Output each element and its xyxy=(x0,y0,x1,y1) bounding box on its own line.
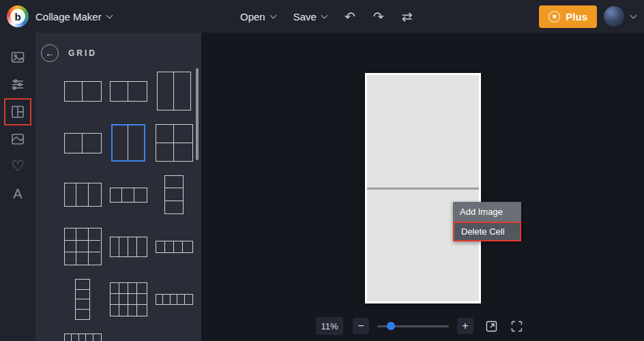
zoom-slider-knob[interactable] xyxy=(387,322,395,330)
grid-layout-thumbnail[interactable] xyxy=(110,81,147,102)
heart-glyph: ♡ xyxy=(11,159,25,174)
edit-sliders-icon[interactable] xyxy=(4,71,31,98)
thumbnail-row xyxy=(35,228,201,265)
thumbnail-row xyxy=(35,124,201,162)
save-label: Save xyxy=(293,11,317,23)
grid-panel: ← GRID xyxy=(35,33,201,341)
open-label: Open xyxy=(240,11,265,23)
fit-screen-icon[interactable] xyxy=(510,319,524,333)
panel-title: GRID xyxy=(68,48,97,58)
collage-canvas[interactable] xyxy=(365,73,481,303)
plus-upgrade-button[interactable]: ★ Plus xyxy=(539,5,597,28)
grid-layout-thumbnail-selected[interactable] xyxy=(111,124,145,162)
sidebar-scrollbar[interactable] xyxy=(196,68,199,160)
app-title-menu[interactable]: Collage Maker xyxy=(35,11,112,23)
left-tool-rail: ♡ A xyxy=(0,33,35,341)
grid-layout-thumbnail[interactable] xyxy=(157,72,191,110)
plus-label: Plus xyxy=(566,11,587,23)
chevron-down-icon xyxy=(106,12,113,18)
app-title: Collage Maker xyxy=(35,11,102,23)
chevron-down-icon xyxy=(321,12,327,18)
befunky-logo-icon[interactable]: b xyxy=(7,5,29,27)
chevron-down-icon[interactable] xyxy=(630,12,637,18)
zoom-slider[interactable] xyxy=(377,318,449,334)
user-avatar[interactable] xyxy=(604,6,624,27)
grid-layout-thumbnail[interactable] xyxy=(110,188,147,203)
topbar-center: Open Save ↶ ↷ ⇄ xyxy=(240,0,413,33)
zoom-bar: 11% − + xyxy=(316,317,524,335)
overlays-icon[interactable] xyxy=(4,125,31,153)
thumbnail-row xyxy=(35,72,201,110)
save-menu[interactable]: Save xyxy=(293,11,327,23)
thumbnail-row xyxy=(35,175,201,214)
context-menu-item-add-image[interactable]: Add Image xyxy=(453,202,521,222)
grid-layout-thumbnail[interactable] xyxy=(64,81,102,102)
text-glyph: A xyxy=(13,186,22,202)
context-menu: Add Image Delete Cell xyxy=(453,202,521,241)
grid-panel-header: ← GRID xyxy=(35,33,201,63)
thumbnail-row xyxy=(35,279,201,320)
grid-layout-thumbnail[interactable] xyxy=(156,124,193,162)
grid-layout-thumbnail[interactable] xyxy=(64,183,102,207)
grid-layout-thumbnail[interactable] xyxy=(110,237,147,257)
zoom-out-button[interactable]: − xyxy=(353,318,369,334)
thumbnail-row xyxy=(35,333,201,341)
zoom-level: 11% xyxy=(316,317,343,335)
grid-layout-thumbnail[interactable] xyxy=(156,241,193,253)
collage-maker-app: b Collage Maker Open Save ↶ ↷ ⇄ ★ Plu xyxy=(0,0,644,341)
zoom-in-button[interactable]: + xyxy=(457,318,473,334)
collage-grid-icon[interactable] xyxy=(4,98,31,125)
topbar: b Collage Maker Open Save ↶ ↷ ⇄ ★ Plu xyxy=(0,0,644,33)
grid-layout-thumbnail[interactable] xyxy=(110,282,147,316)
compare-icon[interactable]: ⇄ xyxy=(402,10,413,23)
text-tool-icon[interactable]: A xyxy=(4,180,31,207)
back-button[interactable]: ← xyxy=(41,44,59,62)
favorites-heart-icon[interactable]: ♡ xyxy=(4,153,31,180)
undo-icon[interactable]: ↶ xyxy=(345,10,355,23)
canvas-area: Add Image Delete Cell 11% − + xyxy=(201,33,644,341)
topbar-right: ★ Plus xyxy=(539,0,636,33)
grid-layout-thumbnail[interactable] xyxy=(64,228,102,265)
context-menu-item-delete-cell[interactable]: Delete Cell xyxy=(453,222,521,241)
redo-icon[interactable]: ↷ xyxy=(373,10,384,23)
grid-layout-thumbnail[interactable] xyxy=(75,279,90,320)
grid-layout-thumbnail[interactable] xyxy=(164,175,184,214)
collage-cell-top[interactable] xyxy=(367,75,479,188)
export-view-icon[interactable] xyxy=(484,319,499,333)
grid-thumbnail-list xyxy=(35,63,201,341)
photo-editor-icon[interactable] xyxy=(4,44,31,71)
grid-layout-thumbnail[interactable] xyxy=(156,294,193,305)
chevron-down-icon xyxy=(269,12,276,18)
back-arrow-icon: ← xyxy=(45,48,55,59)
grid-layout-thumbnail[interactable] xyxy=(64,133,102,153)
grid-layout-thumbnail[interactable] xyxy=(64,333,102,341)
logo-letter: b xyxy=(10,9,25,24)
open-menu[interactable]: Open xyxy=(240,11,276,23)
star-icon: ★ xyxy=(548,11,560,23)
topbar-left: b Collage Maker xyxy=(0,5,112,27)
